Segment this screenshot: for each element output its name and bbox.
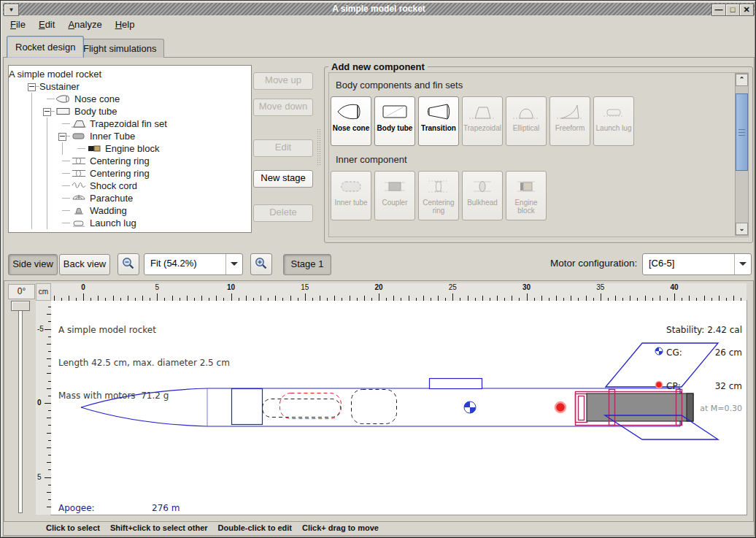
ruler-tick <box>201 296 202 301</box>
tree-indent <box>9 80 24 93</box>
tree-item-wadding[interactable]: Wadding <box>9 204 251 217</box>
component-button-transition[interactable]: Transition <box>418 96 459 146</box>
tree-item-nose-cone[interactable]: Nose cone <box>9 93 251 105</box>
tree-item-launch-lug[interactable]: Launch lug <box>9 217 251 229</box>
menu-help[interactable]: Help <box>109 16 142 33</box>
vertical-ruler: -505 <box>36 301 51 515</box>
zoom-out-button[interactable] <box>117 253 139 275</box>
horizontal-ruler: 0510152025303540 <box>51 283 747 301</box>
ruler-tick <box>601 293 601 301</box>
tree-item-body-tube[interactable]: Body tube <box>9 105 251 118</box>
side-view-button[interactable]: Side view <box>8 254 58 275</box>
tree-item-label: Trapezoidal fin set <box>90 118 167 130</box>
ruler-tick <box>364 296 365 301</box>
component-button-label: Coupler <box>375 199 414 207</box>
parachute-outline[interactable] <box>280 393 342 419</box>
menu-analyze[interactable]: Analyze <box>61 16 108 33</box>
shock-cord-outline[interactable] <box>263 399 341 418</box>
ruler-tick <box>231 293 232 301</box>
ruler-tick <box>142 296 143 301</box>
tree-collapse-icon[interactable] <box>55 130 70 142</box>
scroll-up-icon[interactable]: ⌃ <box>736 74 748 86</box>
rotation-slider[interactable] <box>18 302 23 513</box>
maximize-button[interactable]: □ <box>725 4 740 16</box>
tree-indent <box>9 204 24 217</box>
tree-item-centering-ring[interactable]: Centering ring <box>9 155 251 167</box>
cp-label: CP: <box>666 369 689 403</box>
window-menu-icon[interactable]: ▼ <box>4 4 19 16</box>
tree-item-trapezoidal-fin-set[interactable]: Trapezoidal fin set <box>9 118 251 130</box>
launch-lug-icon <box>70 218 88 228</box>
wadding-outline[interactable] <box>352 390 397 424</box>
new-stage-button[interactable]: New stage <box>253 170 313 188</box>
component-button-nose-cone[interactable]: Nose cone <box>331 96 371 146</box>
tab-flight-simulations[interactable]: Flight simulations <box>75 39 164 58</box>
tab-rocket-design[interactable]: Rocket design <box>7 36 84 58</box>
scroll-down-icon[interactable]: ⌄ <box>736 223 748 235</box>
ruler-tick <box>45 329 51 330</box>
tree-item-label: Parachute <box>90 192 133 204</box>
tree-item-label: Inner Tube <box>90 130 135 142</box>
ruler-number: 0 <box>37 399 42 407</box>
ruler-tick <box>98 296 99 301</box>
vertical-splitter[interactable] <box>317 128 320 165</box>
tree-indent <box>9 167 24 180</box>
motor-configuration-select[interactable]: [C6-5] <box>642 253 752 275</box>
ruler-tick <box>527 293 528 301</box>
tree-item-label: Centering ring <box>90 167 150 180</box>
tree-indent <box>39 192 55 204</box>
tree-collapse-icon[interactable] <box>24 80 39 93</box>
zoom-level-value: Fit (54.2%) <box>150 254 197 273</box>
component-button-trapezoidal: Trapezoidal <box>462 96 503 146</box>
tree-indent <box>24 105 39 118</box>
coupler-icon <box>379 175 411 197</box>
tree-indent <box>9 105 24 118</box>
tree-item-parachute[interactable]: Parachute <box>9 192 251 204</box>
tree-item-a-simple-model-rocket[interactable]: A simple model rocket <box>9 68 251 80</box>
status-tips: Click to selectShift+click to select oth… <box>46 523 379 532</box>
tree-item-sustainer[interactable]: Sustainer <box>9 80 251 93</box>
ruler-number: 5 <box>37 473 42 481</box>
tree-collapse-icon[interactable] <box>39 105 55 118</box>
ruler-tick <box>290 296 291 301</box>
component-tree[interactable]: A simple model rocketSustainerNose coneB… <box>8 65 252 233</box>
tree-item-inner-tube[interactable]: Inner Tube <box>9 130 251 142</box>
tree-connector <box>55 118 70 130</box>
menu-file[interactable]: File <box>4 16 32 33</box>
move-down-button: Move down <box>253 99 313 116</box>
component-button-body-tube[interactable]: Body tube <box>374 96 415 146</box>
tree-item-centering-ring[interactable]: Centering ring <box>9 167 251 180</box>
ruler-tick <box>45 403 51 404</box>
tree-indent <box>39 217 55 229</box>
zoom-level-select[interactable]: Fit (54.2%) <box>144 253 243 275</box>
status-tip: Shift+click to select other <box>110 523 208 532</box>
rotation-slider-handle[interactable] <box>11 301 30 311</box>
tree-indent <box>55 142 70 155</box>
tree-connector <box>55 155 70 167</box>
nose-shoulder-outline[interactable] <box>232 389 263 425</box>
engine-block-outline[interactable] <box>576 394 587 423</box>
tree-item-shock-cord[interactable]: Shock cord <box>9 180 251 192</box>
launch-lug-outline[interactable] <box>430 379 482 389</box>
component-button-label: Engine block <box>506 199 546 215</box>
tree-item-label: Shock cord <box>90 180 137 192</box>
ruler-tick <box>689 296 690 301</box>
section-label-body-components-and-fin-sets: Body components and fin sets <box>336 80 463 91</box>
zoom-in-button[interactable] <box>250 253 272 275</box>
minimize-button[interactable]: — <box>711 4 726 16</box>
menu-edit[interactable]: Edit <box>32 16 61 33</box>
back-view-button[interactable]: Back view <box>59 254 110 275</box>
tree-indent <box>39 155 55 167</box>
cg-icon <box>655 347 663 356</box>
scrollbar-thumb[interactable] <box>736 93 748 171</box>
stage-1-toggle[interactable]: Stage 1 <box>283 254 331 275</box>
status-tip: Click to select <box>46 523 100 532</box>
tree-item-engine-block[interactable]: Engine block <box>9 142 251 155</box>
tree-indent <box>39 142 55 155</box>
title-bar: ▼ A simple model rocket — □ ✕ <box>3 3 755 15</box>
close-button[interactable]: ✕ <box>739 4 754 16</box>
ruler-tick <box>409 296 409 301</box>
chevron-down-icon <box>734 254 751 274</box>
component-scrollbar[interactable]: ⌃ ⌄ <box>735 73 749 236</box>
ruler-tick <box>438 296 439 301</box>
